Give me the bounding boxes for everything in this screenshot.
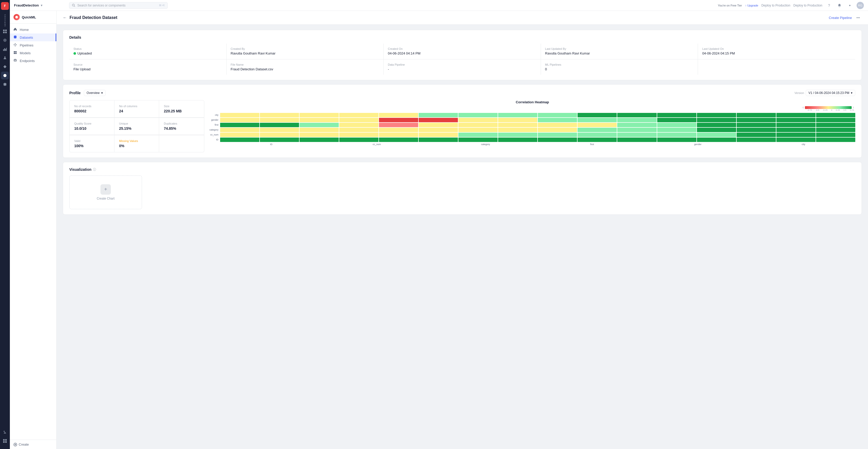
heatmap-title: Correlation Heatmap (210, 100, 855, 104)
heatmap-row-4 (220, 133, 855, 137)
heatmap-area: Correlation Heatmap -1 1 -0. (210, 100, 855, 152)
rail-icon-circle[interactable] (1, 36, 9, 44)
rail-icon-grid[interactable] (1, 28, 9, 35)
models-icon (13, 51, 18, 55)
stat-valid-value: 100% (74, 144, 110, 148)
version-dropdown[interactable]: V1 / 04-06-2024 04:15:23 PM ▾ (806, 90, 855, 96)
svg-rect-16 (3, 439, 5, 441)
svg-point-10 (4, 57, 6, 58)
heatmap-cell-4-12 (697, 133, 736, 137)
topbar-right: You're on Free Tier ↑ Upgrade Deploy to … (718, 2, 864, 9)
stat-quality-value: 10.0/10 (74, 126, 110, 131)
stat-columns-value: 24 (119, 109, 154, 113)
nav-item-label: Datasets (20, 36, 33, 39)
heatmap-cell-2-0 (220, 123, 259, 127)
rail-icon-person[interactable] (1, 54, 9, 62)
deploy-label[interactable]: Deploy to Production (794, 4, 822, 7)
stat-duplicates: Duplicates 74.85% (159, 118, 204, 135)
heatmap-cell-5-13 (737, 137, 776, 142)
rail-icon-settings[interactable] (1, 81, 9, 88)
services-label: Services (4, 14, 6, 27)
back-button[interactable]: ← (63, 15, 67, 20)
heatmap-cell-3-6 (458, 128, 498, 132)
detail-created-by: Created By Ravutla Goutham Ravi Kumar (227, 43, 384, 59)
sidebar-item-home[interactable]: Home (10, 26, 56, 33)
scale-max: 1 (853, 106, 854, 109)
heatmap-cell-2-4 (379, 123, 418, 127)
stat-missing-value: 0% (119, 144, 154, 148)
help-icon[interactable]: ? (826, 2, 833, 9)
user-avatar[interactable]: RG (857, 2, 864, 9)
icon-rail: F Services (0, 0, 10, 449)
heatmap-cell-1-3 (339, 118, 378, 122)
scale-row: -1 1 (802, 106, 854, 109)
svg-rect-13 (5, 75, 5, 76)
rail-icon-chart[interactable] (1, 45, 9, 53)
rail-icon-tools[interactable] (1, 428, 9, 436)
stat-unique-value: 25.15% (119, 126, 154, 131)
detail-created-on-label: Created On (388, 47, 536, 50)
x-label-category: category (481, 143, 490, 146)
heatmap-cell-2-1 (260, 123, 299, 127)
heatmap-cell-5-2 (300, 137, 339, 142)
detail-empty (698, 59, 855, 75)
rail-icon-alert[interactable] (1, 72, 9, 79)
sidebar-item-pipelines[interactable]: Pipelines (10, 41, 56, 49)
heatmap-cell-2-13 (737, 123, 776, 127)
page-title: Fraud Detection Dataset (69, 15, 117, 20)
rail-icon-grid2[interactable] (1, 437, 9, 445)
heatmap-cell-1-9 (578, 118, 617, 122)
create-button[interactable]: Create (13, 443, 53, 446)
details-row-1: Status Uploaded Created By Ravutla Gouth… (69, 43, 855, 59)
heatmap-row-0 (220, 113, 855, 117)
search-box[interactable]: Search for services or components ⌘+K (69, 2, 168, 9)
stats-row-3: Valid 100% Missing Values 0% (69, 135, 204, 152)
chevron-down-icon: ▾ (101, 91, 103, 95)
detail-ml-pipelines: ML Pipelines 0 (541, 59, 698, 75)
heatmap-cell-4-11 (657, 133, 696, 137)
heatmap-cell-3-5 (419, 128, 458, 132)
brand-arrow[interactable]: ▾ (41, 3, 42, 7)
heatmap-cell-4-2 (300, 133, 339, 137)
stat-quality: Quality Score 10.0/10 (69, 118, 115, 135)
settings-icon[interactable] (846, 2, 854, 9)
heatmap-cell-2-14 (776, 123, 815, 127)
upgrade-link[interactable]: ↑ Upgrade (745, 4, 758, 7)
sidebar-item-datasets[interactable]: Datasets (10, 33, 56, 41)
heatmap-scale: -1 1 -0.75 -0.5 -0.25 0 (210, 106, 855, 111)
profile-dropdown[interactable]: Overview ▾ (84, 90, 106, 96)
profile-left: Profile Overview ▾ (69, 90, 106, 96)
stats-row-2: Quality Score 10.0/10 Unique 25.15% Dupl… (69, 118, 204, 135)
heatmap-cell-2-5 (419, 123, 458, 127)
heatmap-cell-5-5 (419, 137, 458, 142)
heatmap-cell-3-12 (697, 128, 736, 132)
svg-rect-7 (4, 48, 5, 51)
heatmap-cell-5-15 (816, 137, 855, 142)
rail-icon-diamond[interactable] (1, 63, 9, 71)
detail-updated-on-value: 04-06-2024 04:15 PM (702, 52, 851, 55)
notifications-icon[interactable] (836, 2, 843, 9)
profile-card: Profile Overview ▾ Version V1 / 04-06-20… (63, 84, 862, 158)
heatmap-cell-4-0 (220, 133, 259, 137)
sidebar-item-endpoints[interactable]: Endpoints (10, 57, 56, 65)
svg-rect-3 (5, 32, 7, 33)
heatmap-cell-4-10 (617, 133, 656, 137)
more-options-button[interactable]: ••• (855, 14, 862, 21)
heatmap-cell-5-7 (498, 137, 537, 142)
heatmap-cell-3-9 (578, 128, 617, 132)
create-pipeline-button[interactable]: Create Pipeline (829, 16, 852, 20)
y-label-category: category (210, 128, 219, 132)
create-chart-box[interactable]: + Create Chart (69, 175, 142, 209)
stat-records-value: 800002 (74, 109, 110, 113)
heatmap-cell-0-10 (617, 113, 656, 117)
deploy-button[interactable]: Deploy to Production (761, 4, 790, 7)
heatmap-cell-4-9 (578, 133, 617, 137)
heatmap-cell-1-13 (737, 118, 776, 122)
svg-point-20 (72, 4, 74, 6)
stats-row-1: No of records 800002 No of columns 24 Si… (69, 100, 204, 118)
heatmap-cell-0-4 (379, 113, 418, 117)
sidebar-item-models[interactable]: Models (10, 49, 56, 57)
content-area: Details Status Uploaded Cr (57, 25, 868, 224)
app-layout: FraudDetection ▾ Search for services or … (10, 0, 868, 449)
heatmap-cell-2-11 (657, 123, 696, 127)
